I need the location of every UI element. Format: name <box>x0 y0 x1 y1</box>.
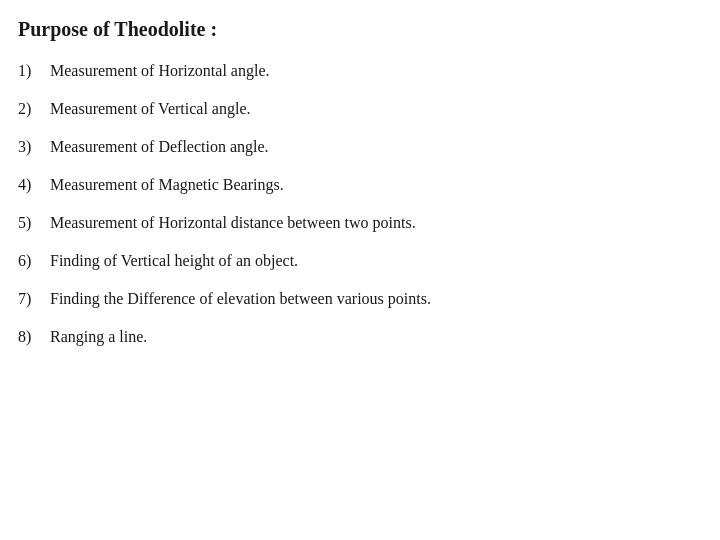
item-number: 7) <box>18 287 50 311</box>
main-heading: Purpose of Theodolite : <box>18 18 696 41</box>
list-item: 2)Measurement of Vertical angle. <box>18 97 696 121</box>
item-text: Measurement of Horizontal distance betwe… <box>50 211 416 235</box>
item-text: Measurement of Magnetic Bearings. <box>50 173 284 197</box>
item-number: 6) <box>18 249 50 273</box>
item-number: 3) <box>18 135 50 159</box>
list-item: 5)Measurement of Horizontal distance bet… <box>18 211 696 235</box>
item-text: Finding the Difference of elevation betw… <box>50 287 431 311</box>
item-text: Measurement of Horizontal angle. <box>50 59 269 83</box>
page-container: Purpose of Theodolite : 1)Measurement of… <box>0 0 720 381</box>
list-item: 3)Measurement of Deflection angle. <box>18 135 696 159</box>
item-text: Measurement of Vertical angle. <box>50 97 251 121</box>
purpose-list: 1)Measurement of Horizontal angle.2)Meas… <box>18 59 696 349</box>
list-item: 7)Finding the Difference of elevation be… <box>18 287 696 311</box>
item-text: Ranging a line. <box>50 325 147 349</box>
item-number: 2) <box>18 97 50 121</box>
item-number: 8) <box>18 325 50 349</box>
list-item: 6)Finding of Vertical height of an objec… <box>18 249 696 273</box>
item-number: 4) <box>18 173 50 197</box>
item-number: 1) <box>18 59 50 83</box>
item-number: 5) <box>18 211 50 235</box>
item-text: Finding of Vertical height of an object. <box>50 249 298 273</box>
item-text: Measurement of Deflection angle. <box>50 135 269 159</box>
list-item: 8)Ranging a line. <box>18 325 696 349</box>
list-item: 1)Measurement of Horizontal angle. <box>18 59 696 83</box>
list-item: 4)Measurement of Magnetic Bearings. <box>18 173 696 197</box>
